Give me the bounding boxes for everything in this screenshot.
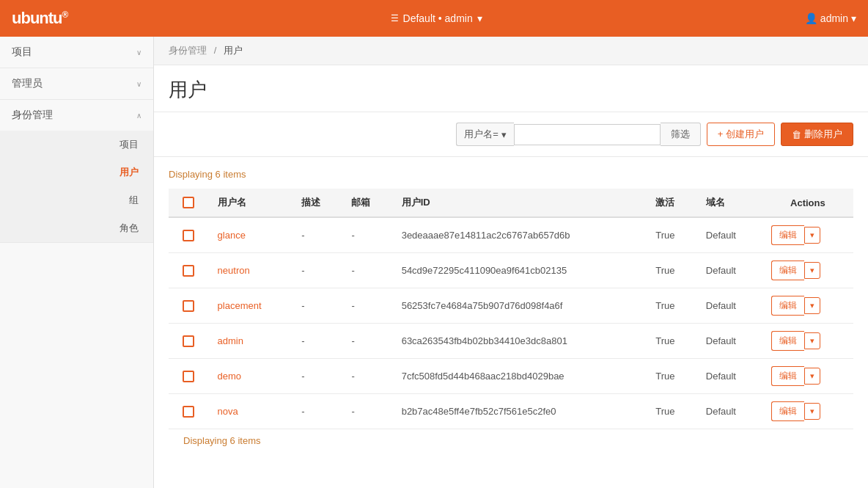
row-checkbox[interactable] [169, 359, 209, 394]
delete-icon: 🗑 [792, 129, 801, 140]
action-dropdown-button[interactable]: ▾ [804, 332, 820, 349]
row-checkbox[interactable] [169, 217, 209, 253]
row-email: - [342, 288, 392, 324]
sidebar: 项目 ∨ 管理员 ∨ 身份管理 ∧ 项目 用户 组 角色 [0, 37, 154, 488]
displaying-count-bottom: Displaying 6 items [169, 429, 853, 455]
project-selector[interactable]: ☰ Default • admin ▾ [391, 12, 482, 24]
row-checkbox[interactable] [169, 288, 209, 324]
username-link[interactable]: demo [218, 371, 242, 382]
row-domain: Default [697, 324, 762, 359]
username-link[interactable]: placement [218, 300, 262, 311]
sidebar-item-admin[interactable]: 管理员 ∨ [0, 68, 153, 99]
row-actions: 编辑 ▾ [762, 288, 853, 324]
username-link[interactable]: admin [218, 335, 243, 346]
col-description: 描述 [293, 189, 342, 217]
project-label: Default • admin [403, 12, 473, 24]
delete-user-button[interactable]: 🗑 删除用户 [781, 123, 853, 146]
filter-input[interactable] [514, 124, 661, 145]
username-link[interactable]: glance [218, 230, 246, 241]
row-userid: 56253fc7e4684a75b907d76d098f4a6f [393, 288, 647, 324]
action-dropdown-button[interactable]: ▾ [804, 403, 820, 420]
sidebar-item-project[interactable]: 项目 ∨ [0, 37, 153, 68]
edit-button[interactable]: 编辑 [771, 401, 804, 421]
row-actions: 编辑 ▾ [762, 324, 853, 359]
table-row: nova - - b2b7ac48e5ff4e7fb52c7f561e5c2fe… [169, 394, 853, 429]
table-row: placement - - 56253fc7e4684a75b907d76d09… [169, 288, 853, 324]
filter-button[interactable]: 筛选 [661, 123, 701, 146]
sidebar-project-arrow: ∨ [136, 48, 141, 57]
row-username: neutron [209, 253, 293, 288]
logo: ubuntu® [12, 9, 67, 28]
row-description: - [293, 217, 342, 253]
row-description: - [293, 288, 342, 324]
breadcrumb-current: 用户 [224, 45, 243, 56]
table-header-row: 用户名 描述 邮箱 用户ID 激活 域名 Actions [169, 189, 853, 217]
row-select-checkbox[interactable] [183, 371, 194, 382]
row-email: - [342, 253, 392, 288]
sidebar-item-identity[interactable]: 身份管理 ∧ [0, 100, 153, 131]
action-dropdown-button[interactable]: ▾ [804, 297, 820, 314]
row-select-checkbox[interactable] [183, 406, 194, 418]
username-link[interactable]: nova [218, 406, 238, 417]
row-select-checkbox[interactable] [183, 335, 194, 347]
breadcrumb-parent[interactable]: 身份管理 [169, 45, 207, 56]
table-row: glance - - 3edeaaae87e14811ac2c6767ab657… [169, 217, 853, 253]
filter-field-select[interactable]: 用户名= ▾ [456, 123, 514, 146]
toolbar: 用户名= ▾ 筛选 + 创建用户 🗑 删除用户 [154, 112, 868, 157]
row-username: demo [209, 359, 293, 394]
row-active: True [647, 288, 697, 324]
sidebar-item-roles[interactable]: 角色 [0, 214, 153, 242]
create-user-button[interactable]: + 创建用户 [707, 123, 775, 146]
select-all-checkbox[interactable] [183, 197, 194, 208]
row-actions: 编辑 ▾ [762, 359, 853, 394]
row-checkbox[interactable] [169, 324, 209, 359]
row-active: True [647, 253, 697, 288]
row-select-checkbox[interactable] [183, 300, 194, 312]
row-description: - [293, 359, 342, 394]
row-username: admin [209, 324, 293, 359]
action-dropdown-button[interactable]: ▾ [804, 227, 820, 244]
row-username: nova [209, 394, 293, 429]
row-email: - [342, 217, 392, 253]
row-checkbox[interactable] [169, 394, 209, 429]
action-dropdown-button[interactable]: ▾ [804, 262, 820, 279]
row-username: glance [209, 217, 293, 253]
sidebar-item-users[interactable]: 用户 [0, 159, 153, 186]
table-row: demo - - 7cfc508fd5d44b468aac218bd4029ba… [169, 359, 853, 394]
sidebar-item-admin-label: 管理员 [12, 77, 43, 90]
page-title: 用户 [169, 77, 853, 103]
sidebar-item-projects[interactable]: 项目 [0, 131, 153, 159]
users-table: 用户名 描述 邮箱 用户ID 激活 域名 Actions glance - - … [169, 189, 853, 429]
edit-button[interactable]: 编辑 [771, 261, 804, 280]
project-icon: ☰ [391, 13, 399, 23]
user-dropdown-icon: ▾ [851, 12, 856, 24]
edit-button[interactable]: 编辑 [771, 331, 804, 351]
row-active: True [647, 394, 697, 429]
edit-button[interactable]: 编辑 [771, 225, 804, 245]
sidebar-item-groups[interactable]: 组 [0, 186, 153, 214]
filter-group: 用户名= ▾ 筛选 [456, 123, 701, 146]
user-menu[interactable]: 👤 admin ▾ [805, 12, 856, 24]
col-email: 邮箱 [342, 189, 392, 217]
topbar: ubuntu® ☰ Default • admin ▾ 👤 admin ▾ [0, 0, 868, 37]
row-select-checkbox[interactable] [183, 230, 194, 241]
row-domain: Default [697, 288, 762, 324]
col-checkbox [169, 189, 209, 217]
row-select-checkbox[interactable] [183, 265, 194, 277]
edit-button[interactable]: 编辑 [771, 366, 804, 386]
row-domain: Default [697, 394, 762, 429]
sidebar-admin-arrow: ∨ [136, 80, 141, 88]
action-dropdown-button[interactable]: ▾ [804, 368, 820, 385]
row-email: - [342, 324, 392, 359]
edit-button[interactable]: 编辑 [771, 296, 804, 316]
table-row: admin - - 63ca263543fb4b02bb34410e3dc8a8… [169, 324, 853, 359]
row-email: - [342, 359, 392, 394]
row-active: True [647, 217, 697, 253]
sidebar-section-project: 项目 ∨ [0, 37, 153, 68]
row-checkbox[interactable] [169, 253, 209, 288]
username-link[interactable]: neutron [218, 265, 250, 276]
row-active: True [647, 324, 697, 359]
table-row: neutron - - 54cd9e72295c411090ea9f641cb0… [169, 253, 853, 288]
row-domain: Default [697, 253, 762, 288]
row-userid: 54cd9e72295c411090ea9f641cb02135 [393, 253, 647, 288]
